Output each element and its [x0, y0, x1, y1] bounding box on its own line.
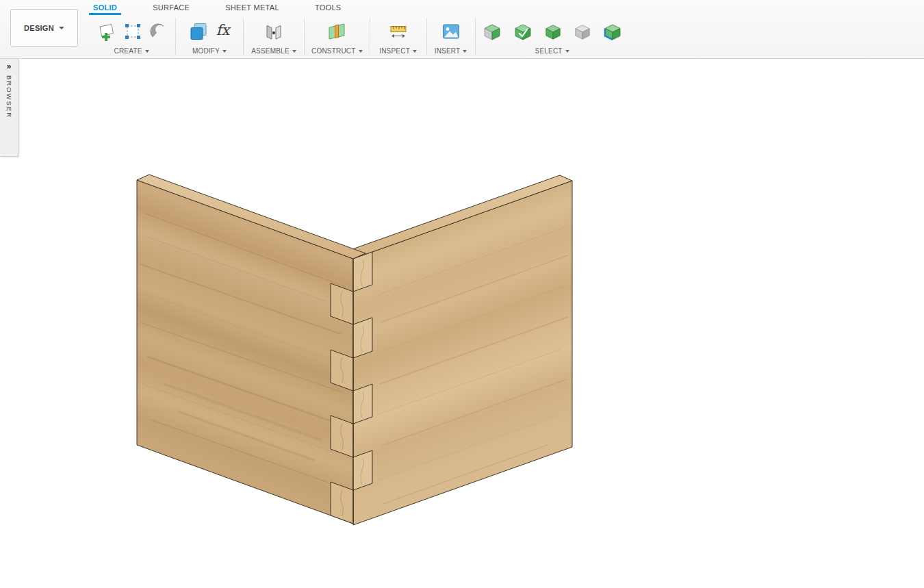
chevron-down-icon	[359, 50, 363, 53]
select-dropdown[interactable]: SELECT	[535, 47, 569, 55]
tab-sheet-metal[interactable]: SHEET METAL	[221, 0, 283, 15]
joint-finger	[353, 318, 372, 358]
workspace-tabs: SOLID SURFACE SHEET METAL TOOLS	[89, 0, 345, 15]
modify-dropdown[interactable]: MODIFY	[192, 47, 227, 55]
insert-image-icon[interactable]	[441, 21, 461, 42]
assemble-dropdown[interactable]: ASSEMBLE	[251, 47, 296, 55]
create-sketch-icon[interactable]	[96, 21, 116, 42]
design-menu-label: DESIGN	[24, 24, 54, 32]
toolbar-group-assemble: ASSEMBLE	[244, 15, 304, 57]
toolbar-header: DESIGN SOLID SURFACE SHEET METAL TOOLS	[0, 0, 924, 59]
viewport-canvas[interactable]	[0, 59, 924, 588]
chevron-down-icon	[145, 50, 149, 53]
tab-surface[interactable]: SURFACE	[149, 0, 194, 15]
press-pull-icon[interactable]	[188, 21, 209, 42]
left-board-face[interactable]	[137, 180, 353, 524]
select-cube-icon[interactable]	[483, 22, 502, 41]
select-check-cube-icon[interactable]	[513, 22, 532, 41]
toolbar-group-construct: CONSTRUCT	[305, 15, 370, 57]
browser-panel-label: BROWSER	[5, 75, 13, 118]
expand-panel-icon: »	[7, 62, 12, 71]
joint-icon[interactable]	[264, 21, 284, 42]
right-board-face[interactable]	[353, 181, 572, 525]
tab-solid[interactable]: SOLID	[89, 0, 121, 15]
sketch-handles-icon[interactable]	[123, 21, 143, 42]
measure-icon[interactable]	[388, 21, 409, 42]
inspect-dropdown[interactable]: INSPECT	[379, 47, 417, 55]
tab-tools[interactable]: TOOLS	[311, 0, 346, 15]
joint-finger	[353, 450, 372, 490]
joint-finger	[353, 384, 372, 424]
toolbar-group-modify: fx MODIFY	[176, 15, 243, 57]
toolbar-group-inspect: INSPECT	[370, 15, 426, 57]
browser-panel-collapsed[interactable]: » BROWSER	[0, 59, 18, 157]
construction-plane-icon[interactable]	[326, 21, 347, 42]
chevron-down-icon	[59, 27, 64, 29]
form-sweep-icon[interactable]	[149, 23, 167, 40]
joint-finger	[353, 252, 372, 292]
chevron-down-icon	[222, 50, 227, 53]
select-edge-cube-icon[interactable]	[603, 22, 622, 41]
toolbar-groups: CREATE fx MODIFY	[88, 15, 629, 57]
chevron-down-icon	[413, 50, 417, 53]
select-gray-cube-icon[interactable]	[574, 23, 591, 40]
chevron-down-icon	[292, 50, 296, 53]
create-dropdown[interactable]: CREATE	[114, 47, 149, 55]
viewport[interactable]	[0, 59, 924, 588]
insert-dropdown[interactable]: INSERT	[435, 47, 467, 55]
select-solid-cube-icon[interactable]	[544, 23, 562, 40]
chevron-down-icon	[463, 50, 467, 53]
toolbar-group-insert: INSERT	[427, 15, 475, 57]
chevron-down-icon	[565, 50, 569, 53]
toolbar-group-create: CREATE	[88, 15, 175, 57]
toolbar-group-select: SELECT	[476, 15, 629, 57]
construct-dropdown[interactable]: CONSTRUCT	[311, 47, 363, 55]
parameters-fx-icon[interactable]: fx	[215, 23, 231, 40]
design-menu-button[interactable]: DESIGN	[10, 9, 78, 47]
